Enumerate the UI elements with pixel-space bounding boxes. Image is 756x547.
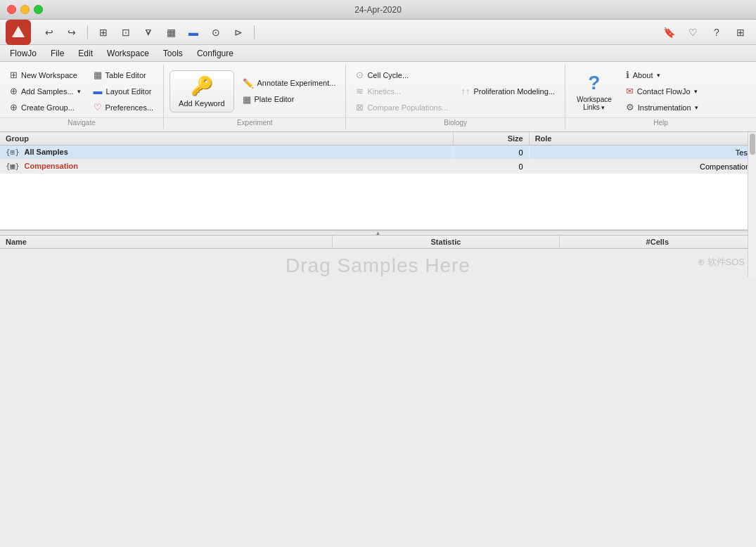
ribbon-navigate-body: ⊞ New Workspace ⊕ Add Samples... ▾ ⊕ Cre… <box>0 65 163 117</box>
compare-pop-icon: ⊠ <box>356 102 364 112</box>
toolbar-icons-row: ↩ ↪ ⊞ ⊡ ⛛ ▦ ▬ ⊙ ⊳ 🔖 ♡ ? ⊞ <box>0 20 756 45</box>
menu-tools[interactable]: Tools <box>156 47 190 60</box>
add-keyword-button[interactable]: 🔑 Add Keyword <box>169 70 233 112</box>
menu-workspace[interactable]: Workspace <box>100 47 156 60</box>
cells-col-header: #Cells <box>559 236 755 249</box>
instrumentation-button[interactable]: ⚙ Instrumentation ▾ <box>620 100 704 115</box>
toolbar-icon-5[interactable]: ▬ <box>184 22 203 42</box>
plate-editor-button[interactable]: ▦ Plate Editor <box>237 92 342 107</box>
add-samples-dropdown-arrow: ▾ <box>77 88 81 95</box>
proliferation-icon: ↑↑ <box>461 86 470 96</box>
contact-icon: ✉ <box>626 86 634 96</box>
toolbar-icon-6[interactable]: ⊙ <box>206 22 226 42</box>
minimize-button[interactable] <box>20 5 30 14</box>
group-table-empty-area <box>0 174 756 230</box>
proliferation-button[interactable]: ↑↑ Proliferation Modeling... <box>455 84 560 98</box>
close-button[interactable] <box>7 5 16 14</box>
group-col-header: Group <box>0 132 454 146</box>
ribbon-content: ⊞ New Workspace ⊕ Add Samples... ▾ ⊕ Cre… <box>0 62 756 131</box>
all-samples-label: All Samples <box>25 148 68 156</box>
toolbar-icon-2[interactable]: ⊡ <box>116 22 136 42</box>
all-samples-size-cell: 0 <box>454 146 529 160</box>
ribbon-section-help: ? WorkspaceLinks ▾ ℹ About ▾ ✉ Contact F… <box>565 65 756 129</box>
instrumentation-dropdown-arrow: ▾ <box>695 104 698 111</box>
help-right-col: ℹ About ▾ ✉ Contact FlowJo ▾ ⚙ Instrumen… <box>620 67 704 115</box>
about-button[interactable]: ℹ About ▾ <box>620 67 704 82</box>
redo-button[interactable]: ↪ <box>62 22 82 42</box>
separator-1 <box>87 25 88 39</box>
workspace-links-icon: ? <box>588 72 600 94</box>
titlebar: 24-Apr-2020 <box>0 0 756 20</box>
compensation-role-cell: Compensation <box>529 160 755 174</box>
size-col-header: Size <box>454 132 529 146</box>
new-workspace-icon: ⊞ <box>10 70 18 80</box>
name-col-header: Name <box>0 236 333 249</box>
content-area: Group Size Role {⊞} All Samples 0 Test {… <box>0 132 756 277</box>
scrollbar-right[interactable] <box>748 132 756 277</box>
annotate-icon: ✏️ <box>243 78 254 89</box>
watermark: ⊕ 软件SOS <box>698 256 745 269</box>
help-section-label: Help <box>565 117 756 129</box>
cell-cycle-button[interactable]: ⊙ Cell Cycle... <box>350 67 454 82</box>
traffic-lights <box>7 5 43 14</box>
fullscreen-icon-btn[interactable]: ⊞ <box>731 22 750 42</box>
kinetics-icon: ≋ <box>356 86 364 96</box>
window-title: 24-Apr-2020 <box>354 5 402 15</box>
toolbar-icon-7[interactable]: ⊳ <box>229 22 248 42</box>
compensation-size-cell: 0 <box>454 160 529 174</box>
toolbar-icon-1[interactable]: ⊞ <box>94 22 113 42</box>
add-samples-button[interactable]: ⊕ Add Samples... ▾ <box>4 84 87 98</box>
stats-empty-row <box>0 249 756 255</box>
kinetics-button[interactable]: ≋ Kinetics... <box>350 84 454 98</box>
biology-col-2: ↑↑ Proliferation Modeling... <box>455 84 560 98</box>
all-samples-row[interactable]: {⊞} All Samples 0 Test <box>0 146 756 160</box>
app-logo[interactable] <box>6 20 31 45</box>
undo-button[interactable]: ↩ <box>39 22 59 42</box>
all-samples-role-cell: Test <box>529 146 755 160</box>
bookmark-icon-btn[interactable]: 🔖 <box>659 22 679 42</box>
toolbar-icon-3[interactable]: ⛛ <box>139 22 158 42</box>
statistic-col-header: Statistic <box>333 236 559 249</box>
workspace-links-button[interactable]: ? WorkspaceLinks ▾ <box>570 69 619 114</box>
group-table-header-row: Group Size Role <box>0 132 756 146</box>
compensation-name-cell: {▦} Compensation <box>0 160 454 174</box>
all-samples-name-cell: {⊞} All Samples <box>0 146 454 160</box>
compare-populations-button[interactable]: ⊠ Compare Populations... <box>350 100 454 115</box>
menu-configure[interactable]: Configure <box>190 47 241 60</box>
experiment-section-label: Experiment <box>164 117 345 129</box>
help-icon-btn[interactable]: ? <box>707 22 726 42</box>
ribbon-section-experiment: 🔑 Add Keyword ✏️ Annotate Experiment... … <box>164 65 346 129</box>
menu-edit[interactable]: Edit <box>71 47 100 60</box>
contact-dropdown-arrow: ▾ <box>694 88 698 95</box>
preferences-icon: ♡ <box>94 102 102 112</box>
navigate-section-label: Navigate <box>0 117 163 129</box>
new-workspace-button[interactable]: ⊞ New Workspace <box>4 67 87 82</box>
menu-flowjo[interactable]: FlowJo <box>3 47 44 60</box>
menu-file[interactable]: File <box>44 47 71 60</box>
preferences-button[interactable]: ♡ Preferences... <box>88 100 159 115</box>
stats-table-header-row: Name Statistic #Cells <box>0 236 756 249</box>
contact-flowjo-button[interactable]: ✉ Contact FlowJo ▾ <box>620 84 704 98</box>
scrollbar-thumb[interactable] <box>750 134 755 155</box>
stats-table: Name Statistic #Cells <box>0 236 756 255</box>
compensation-label: Compensation <box>25 162 78 170</box>
heart-icon-btn[interactable]: ♡ <box>683 22 703 42</box>
ribbon: ⊞ New Workspace ⊕ Add Samples... ▾ ⊕ Cre… <box>0 62 756 132</box>
about-icon: ℹ <box>626 70 629 80</box>
table-editor-button[interactable]: ▦ Table Editor <box>88 67 159 82</box>
toolbar-right-icons: 🔖 ♡ ? ⊞ <box>659 22 750 42</box>
layout-editor-icon: ▬ <box>94 86 103 96</box>
role-col-header: Role <box>529 132 755 146</box>
create-group-button[interactable]: ⊕ Create Group... <box>4 100 87 115</box>
maximize-button[interactable] <box>34 5 43 14</box>
group-table: Group Size Role {⊞} All Samples 0 Test {… <box>0 132 756 174</box>
compensation-icon: {▦} <box>6 162 25 171</box>
flowjo-logo-icon <box>11 25 26 40</box>
toolbar-icon-4[interactable]: ▦ <box>161 22 181 42</box>
annotate-experiment-button[interactable]: ✏️ Annotate Experiment... <box>237 76 342 91</box>
separator-2 <box>254 25 255 39</box>
drag-samples-text: Drag Samples Here <box>286 255 470 277</box>
compensation-row[interactable]: {▦} Compensation 0 Compensation <box>0 160 756 174</box>
ribbon-biology-body: ⊙ Cell Cycle... ≋ Kinetics... ⊠ Compare … <box>346 65 565 117</box>
layout-editor-button[interactable]: ▬ Layout Editor <box>88 84 159 98</box>
